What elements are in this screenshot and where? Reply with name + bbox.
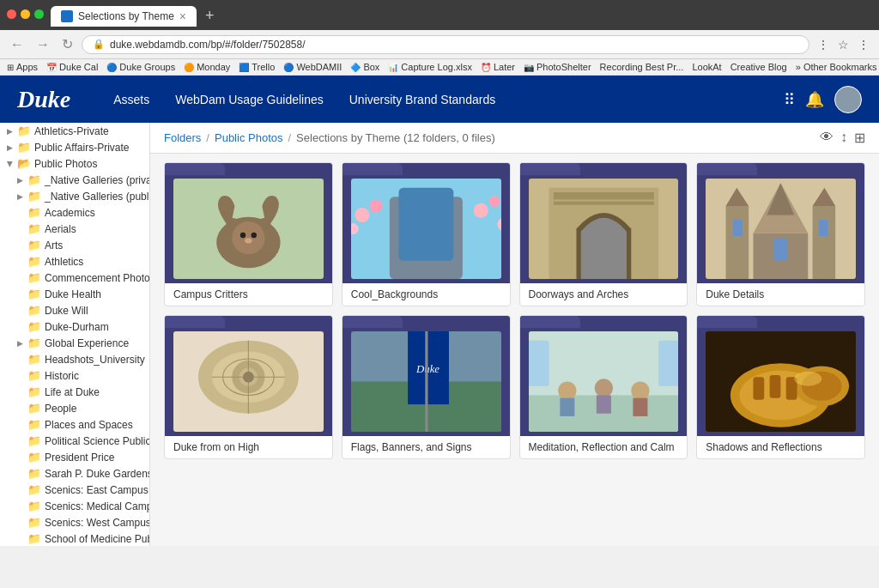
sidebar-item-native-private[interactable]: ▶ 📁 _Native Galleries (private) xyxy=(0,172,149,188)
sidebar-item-scenics-east[interactable]: ▶ 📁 Scenics: East Campus xyxy=(0,482,149,498)
extensions-icon[interactable]: ⋮ xyxy=(815,36,832,53)
folder-label: Flags, Banners, and Signs xyxy=(343,436,510,458)
folder-card-meditation-reflection-calm[interactable]: Meditation, Reflection and Calm xyxy=(519,315,688,459)
folder-label: Duke from on High xyxy=(165,436,332,458)
sidebar-item-scenics-medical[interactable]: ▶ 📁 Scenics: Medical Campus xyxy=(0,498,149,514)
sidebar-item-commencement[interactable]: ▶ 📁 Commencement Photos xyxy=(0,270,149,286)
sort-icon[interactable]: ↕ xyxy=(840,130,847,146)
sidebar-item-arts[interactable]: ▶ 📁 Arts xyxy=(0,237,149,253)
expand-arrow-icon: ▶ xyxy=(7,143,13,152)
sidebar-label: Scenics: East Campus xyxy=(45,484,149,496)
sidebar-label: Duke Will xyxy=(45,305,88,317)
sidebar-item-places[interactable]: ▶ 📁 Places and Spaces xyxy=(0,416,149,433)
folder-card-duke-from-on-high[interactable]: Duke from on High xyxy=(164,315,333,459)
sidebar-item-athletics[interactable]: ▶ 📁 Athletics xyxy=(0,253,149,270)
sidebar-item-school-medicine[interactable]: ▶ 📁 School of Medicine Public xyxy=(0,530,149,546)
bookmark-capture[interactable]: 📊 Capture Log.xlsx xyxy=(388,62,472,72)
sidebar-item-historic[interactable]: ▶ 📁 Historic xyxy=(0,367,149,384)
expand-arrow-icon: ▶ xyxy=(17,339,23,348)
bookmark-other[interactable]: » Other Bookmarks xyxy=(796,62,877,72)
folder-card-flags-banners-signs[interactable]: Duke Flags, Banners, and Signs xyxy=(342,315,511,459)
svg-point-4 xyxy=(232,221,264,254)
browser-tab[interactable]: Selections by Theme × xyxy=(51,6,197,27)
svg-point-6 xyxy=(252,233,257,238)
expand-arrow-icon: ▶ xyxy=(7,127,13,136)
breadcrumb-folders[interactable]: Folders xyxy=(164,131,201,144)
address-bar[interactable]: 🔒 duke.webdamdb.com/bp/#/folder/7502858/ xyxy=(82,35,809,54)
folder-card-campus-critters[interactable]: Campus Critters xyxy=(164,162,333,306)
maximize-window-button[interactable] xyxy=(34,9,44,19)
sidebar-item-global-experience[interactable]: ▶ 📁 Global Experience xyxy=(0,335,149,351)
minimize-window-button[interactable] xyxy=(21,9,30,19)
sidebar-item-political-science[interactable]: ▶ 📁 Political Science Public xyxy=(0,433,149,449)
back-button[interactable]: ← xyxy=(7,35,27,54)
folder-icon: 📁 xyxy=(27,369,41,382)
folder-icon: 📁 xyxy=(17,124,31,137)
bookmarks-bar: ⊞ Apps 📅 Duke Cal 🔵 Duke Groups 🟠 Monday… xyxy=(0,59,879,76)
bookmark-apps[interactable]: ⊞ Apps xyxy=(7,62,38,72)
nav-webdam-guidelines[interactable]: WebDam Usage Guidelines xyxy=(175,89,324,110)
sidebar-item-people[interactable]: ▶ 📁 People xyxy=(0,400,149,416)
new-tab-button[interactable]: + xyxy=(200,5,220,27)
folders-grid-area: Campus Critters xyxy=(150,154,879,546)
sidebar-item-public-photos[interactable]: ▶ 📂 Public Photos xyxy=(0,155,149,172)
refresh-button[interactable]: ↻ xyxy=(58,34,76,54)
sidebar-item-native-public[interactable]: ▶ 📁 _Native Galleries (public) xyxy=(0,188,149,204)
nav-assets[interactable]: Assets xyxy=(113,89,149,110)
bookmark-later[interactable]: ⏰ Later xyxy=(481,62,515,72)
sidebar-label: Athletics xyxy=(45,256,83,268)
sidebar-item-academics[interactable]: ▶ 📁 Academics xyxy=(0,204,149,221)
folder-card-doorways-arches[interactable]: Doorways and Arches xyxy=(519,162,688,306)
grid-view-icon[interactable]: ⊞ xyxy=(854,130,865,146)
star-icon[interactable]: ☆ xyxy=(835,36,852,53)
bookmark-recording[interactable]: Recording Best Pr... xyxy=(600,62,684,72)
grid-icon[interactable]: ⠿ xyxy=(784,90,795,109)
sidebar-item-athletics-private[interactable]: ▶ 📁 Athletics-Private xyxy=(0,123,149,139)
nav-brand-standards[interactable]: University Brand Standards xyxy=(349,89,495,110)
bookmark-box[interactable]: 🔷 Box xyxy=(350,62,379,72)
sidebar-item-scenics-west[interactable]: ▶ 📁 Scenics: West Campus xyxy=(0,514,149,530)
bookmark-duke-cal[interactable]: 📅 Duke Cal xyxy=(46,62,98,72)
sidebar-item-duke-durham[interactable]: ▶ 📁 Duke-Durham xyxy=(0,318,149,335)
sidebar-item-duke-will[interactable]: ▶ 📁 Duke Will xyxy=(0,302,149,318)
sidebar-item-president-price[interactable]: ▶ 📁 President Price xyxy=(0,449,149,465)
forward-button[interactable]: → xyxy=(33,35,53,54)
bookmark-photoshelter[interactable]: 📷 PhotoShelter xyxy=(524,62,591,72)
visibility-icon[interactable]: 👁 xyxy=(820,130,834,146)
sidebar-item-duke-health[interactable]: ▶ 📁 Duke Health xyxy=(0,286,149,302)
folder-icon: 📁 xyxy=(27,353,41,366)
folder-label: Campus Critters xyxy=(165,283,332,306)
folder-icon: 📁 xyxy=(27,190,41,203)
sidebar-label: Places and Spaces xyxy=(45,419,133,431)
svg-rect-20 xyxy=(553,202,653,205)
bookmark-creative[interactable]: Creative Blog xyxy=(730,62,787,72)
sidebar-label: Scenics: Medical Campus xyxy=(45,500,149,512)
sidebar-item-aerials[interactable]: ▶ 📁 Aerials xyxy=(0,221,149,237)
bookmark-duke-groups[interactable]: 🔵 Duke Groups xyxy=(106,62,175,72)
bookmark-trello[interactable]: 🟦 Trello xyxy=(239,62,275,72)
sidebar-item-life-at-duke[interactable]: ▶ 📁 Life at Duke xyxy=(0,384,149,400)
breadcrumb-public-photos[interactable]: Public Photos xyxy=(215,131,283,144)
sidebar-label: Scenics: West Campus xyxy=(45,517,149,529)
sidebar-item-headshots[interactable]: ▶ 📁 Headshots_University xyxy=(0,351,149,367)
sidebar-item-public-affairs[interactable]: ▶ 📁 Public Affairs-Private xyxy=(0,139,149,155)
bell-icon[interactable]: 🔔 xyxy=(805,90,824,109)
close-window-button[interactable] xyxy=(7,9,16,19)
folder-icon: 📁 xyxy=(27,320,41,333)
svg-rect-29 xyxy=(773,238,788,261)
bookmark-monday[interactable]: 🟠 Monday xyxy=(184,62,230,72)
breadcrumb-current: Selections by Theme (12 folders, 0 files… xyxy=(296,131,495,144)
folder-card-shadows-reflections[interactable]: Shadows and Reflections xyxy=(696,315,865,459)
expand-arrow-icon: ▶ xyxy=(17,192,23,201)
tab-close-button[interactable]: × xyxy=(179,9,186,23)
folder-card-cool-backgrounds[interactable]: Cool_Backgrounds xyxy=(342,162,511,306)
sidebar-item-sarah-duke-gardens[interactable]: ▶ 📁 Sarah P. Duke Gardens xyxy=(0,465,149,482)
user-avatar[interactable] xyxy=(834,86,862,113)
sidebar-label: Political Science Public xyxy=(45,435,149,447)
svg-rect-55 xyxy=(529,341,549,386)
menu-icon[interactable]: ⋮ xyxy=(855,36,872,53)
bookmark-lookat[interactable]: LookAt xyxy=(692,62,721,72)
svg-rect-19 xyxy=(553,192,653,200)
folder-card-duke-details[interactable]: Duke Details xyxy=(696,162,865,306)
bookmark-webdam[interactable]: 🔵 WebDAMII xyxy=(283,62,342,72)
